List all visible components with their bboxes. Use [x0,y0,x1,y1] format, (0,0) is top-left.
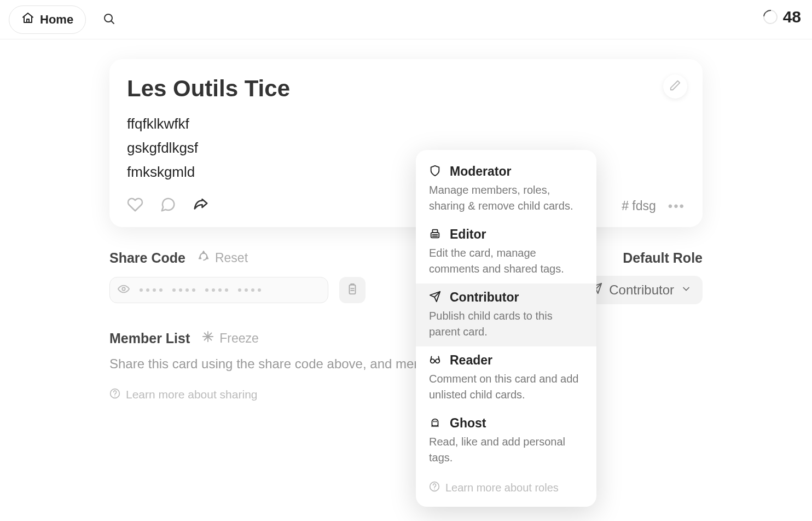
role-desc: Edit the card, manage comments and share… [429,245,583,277]
reset-button[interactable]: Reset [198,250,248,265]
count-value: 48 [783,8,801,26]
snowflake-icon [202,331,214,346]
card: Les Outils Tice ffqfklkwfkf gskgfdlkgsf … [109,59,703,227]
header-count: 48 [763,8,801,26]
role-desc: Read, like and add personal tags. [429,434,583,466]
share-section-header: Share Code Reset Default Role [109,250,703,266]
share-row: Contributor [109,276,703,304]
pencil-icon [669,79,681,94]
learn-more-roles-label: Learn more about roles [445,482,559,494]
role-desc: Manage members, roles, sharing & remove … [429,182,583,214]
glasses-icon [429,354,441,368]
role-item-reader[interactable]: Reader Comment on this card and add unli… [416,346,596,409]
heart-icon [127,196,143,215]
svg-point-18 [434,421,434,421]
learn-more-roles[interactable]: Learn more about roles [416,472,596,499]
role-name: Contributor [450,290,519,305]
share-arrow-icon [193,196,209,215]
search-button[interactable] [101,12,117,27]
recycle-icon [198,250,210,265]
share-code-title: Share Code [109,250,185,266]
copy-button[interactable] [339,277,366,303]
progress-ring-icon [760,7,780,27]
clipboard-icon [346,283,358,297]
role-item-ghost[interactable]: Ghost Read, like and add personal tags. [416,409,596,472]
role-name: Editor [450,227,486,242]
role-item-editor[interactable]: Editor Edit the card, manage comments an… [416,221,596,283]
role-name: Moderator [450,164,511,179]
member-section: Member List Freeze Share this card using… [109,331,703,402]
card-footer [127,198,685,214]
home-label: Home [40,13,73,27]
role-dropdown: Moderator Manage members, roles, sharing… [416,150,596,507]
svg-point-19 [436,421,436,421]
ghost-icon [429,416,441,431]
shield-icon [429,165,441,179]
card-line: fmkskgmld [127,160,685,184]
help-circle-icon [429,481,440,495]
main: Les Outils Tice ffqfklkwfkf gskgfdlkgsf … [0,39,812,402]
card-tag[interactable]: # fdsg [622,199,656,213]
reset-label: Reset [215,251,248,265]
share-code-input[interactable] [109,277,328,303]
role-name: Reader [450,353,492,368]
typewriter-icon [429,228,441,242]
learn-more-sharing-label: Learn more about sharing [126,388,258,401]
more-horizontal-icon: ••• [668,199,685,213]
help-circle-icon [109,388,120,402]
role-desc: Publish child cards to this parent card. [429,308,583,340]
share-code-hidden [140,288,320,292]
header: Home 48 [0,0,812,39]
role-desc: Comment on this card and add unlisted ch… [429,371,583,403]
default-role-select[interactable]: Contributor [579,276,703,304]
default-role-title: Default Role [623,250,703,266]
member-list-title: Member List [109,331,190,346]
comment-button[interactable] [160,198,176,214]
send-icon [429,291,441,305]
home-button[interactable]: Home [9,5,86,34]
svg-rect-13 [432,229,437,233]
freeze-label: Freeze [219,331,259,346]
comment-icon [160,196,176,215]
card-line: ffqfklkwfkf [127,112,685,136]
svg-line-1 [111,21,114,24]
like-button[interactable] [127,198,143,214]
card-more-button[interactable]: ••• [668,199,685,214]
svg-point-2 [122,287,125,291]
freeze-button[interactable]: Freeze [202,331,259,346]
role-item-moderator[interactable]: Moderator Manage members, roles, sharing… [416,158,596,221]
selected-role-label: Contributor [609,282,674,298]
home-icon [21,11,34,28]
learn-more-sharing[interactable]: Learn more about sharing [109,388,703,402]
card-body: ffqfklkwfkf gskgfdlkgsf fmkskgmld [127,112,685,184]
share-button[interactable] [193,198,209,214]
eye-icon[interactable] [118,283,130,297]
role-name: Ghost [450,416,486,431]
search-icon [102,12,115,27]
edit-button[interactable] [663,74,687,99]
member-hint: Share this card using the share code abo… [109,356,703,372]
svg-rect-3 [350,285,356,294]
card-title: Les Outils Tice [127,76,685,102]
chevron-down-icon [681,282,692,298]
card-line: gskgfdlkgsf [127,136,685,160]
role-item-contributor[interactable]: Contributor Publish child cards to this … [416,283,596,346]
